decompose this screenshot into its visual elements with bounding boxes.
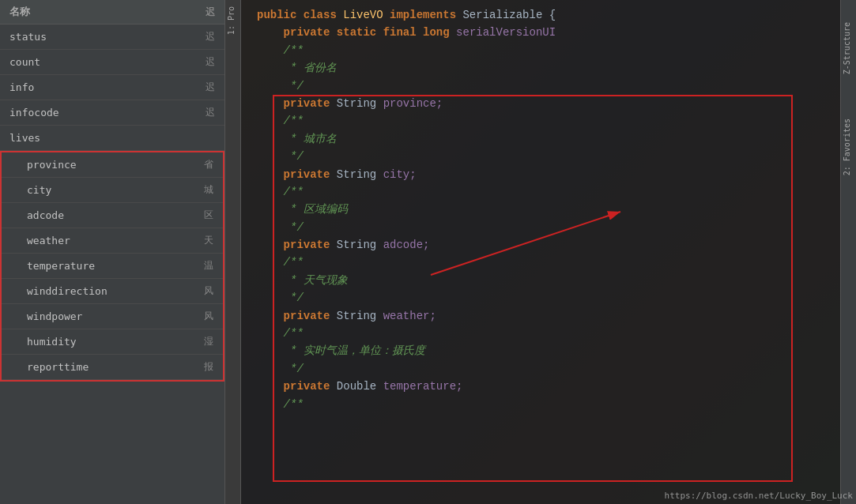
item-name-weather: weather	[27, 235, 204, 246]
kw-private: private	[284, 24, 337, 41]
sub-group: province 省 city 城 adcode 区 weather 天 tem…	[0, 151, 224, 382]
javadoc-open4: /**	[284, 254, 304, 271]
field-weather: weather;	[383, 307, 436, 325]
kw-private5: private	[284, 307, 337, 325]
item-value-status: 迟	[206, 30, 215, 43]
tab-1-pro[interactable]: 1: Pro	[225, 0, 240, 41]
serial-name: serialVersionUI	[456, 24, 556, 41]
javadoc-close2: */	[290, 148, 304, 165]
indent18	[257, 325, 284, 342]
code-line-comment6: /**	[257, 396, 840, 413]
tree-item-infocode[interactable]: infocode 迟	[0, 100, 224, 126]
indent6	[257, 112, 284, 130]
code-line-comment-close4: */	[257, 289, 840, 307]
code-line-temp-cn: * 实时气温，单位：摄氏度	[257, 342, 840, 359]
indent17	[257, 307, 284, 325]
javadoc-open1: /**	[284, 42, 304, 59]
field-adcode: adcode;	[383, 236, 430, 254]
item-value-count: 迟	[206, 55, 215, 69]
tree-item-temperature[interactable]: temperature 温	[2, 254, 223, 279]
field-temperature: temperature;	[383, 378, 463, 395]
item-value-temperature: 温	[204, 259, 213, 273]
item-value-city: 城	[204, 183, 213, 197]
comment-adcode: * 区域编码	[290, 201, 348, 218]
code-line-city-cn: * 城市名	[257, 130, 840, 148]
item-name-info: info	[9, 81, 206, 93]
item-name-count: count	[9, 56, 206, 68]
javadoc-close4: */	[290, 289, 304, 307]
tree-item-adcode[interactable]: adcode 区	[2, 203, 223, 228]
name-column-header: 名称	[9, 5, 206, 19]
tree-item-info[interactable]: info 迟	[0, 75, 224, 100]
code-line-comment-close2: */	[257, 148, 840, 165]
indent13	[257, 236, 284, 254]
kw-private2: private	[284, 95, 337, 112]
indent3	[257, 59, 290, 77]
code-line-comment-close5: */	[257, 360, 840, 378]
code-line-comment5: /**	[257, 325, 840, 342]
indent20	[257, 360, 290, 378]
item-name-adcode: adcode	[27, 209, 204, 221]
kw-private4: private	[284, 236, 337, 254]
tree-item-province[interactable]: province 省	[2, 152, 223, 178]
item-name-humidity: humidity	[27, 336, 204, 348]
indent2	[257, 42, 284, 59]
item-name-winddirection: winddirection	[27, 285, 204, 297]
item-name-windpower: windpower	[27, 310, 204, 322]
tree-item-winddirection[interactable]: winddirection 风	[2, 279, 223, 304]
tree-item-reporttime[interactable]: reporttime 报	[2, 355, 223, 380]
class-name: LiveVO	[343, 6, 390, 24]
comment-temperature: * 实时气温，单位：摄氏度	[290, 342, 425, 359]
item-value-infocode: 迟	[206, 106, 215, 119]
indent7	[257, 130, 290, 148]
code-line-adcode: private String adcode;	[257, 236, 840, 254]
code-line-comment-close3: */	[257, 219, 840, 236]
javadoc-open6: /**	[284, 396, 304, 413]
left-panel: 名称 迟 status 迟 count 迟 info 迟 infocode 迟 …	[0, 0, 225, 504]
code-line-class: public class LiveVO implements Serializa…	[257, 6, 840, 24]
kw-final: final	[383, 24, 423, 41]
code-line-comment3: /**	[257, 183, 840, 201]
tree-item-city[interactable]: city 城	[2, 178, 223, 203]
indent16	[257, 289, 290, 307]
code-line-city: private String city;	[257, 166, 840, 183]
kw-private3: private	[284, 166, 337, 183]
tree-item-lives[interactable]: lives	[0, 126, 224, 151]
indent	[257, 24, 284, 41]
code-line-adcode-cn: * 区域编码	[257, 201, 840, 218]
code-panel: public class LiveVO implements Serializa…	[241, 0, 856, 504]
keyword-public: public	[257, 6, 304, 24]
field-province: province;	[383, 95, 443, 112]
right-sidebar: Z-Structure 2: Favorites	[840, 0, 856, 504]
javadoc-close3: */	[290, 219, 304, 236]
tab-z-structure[interactable]: Z-Structure	[841, 16, 856, 81]
panel-header: 名称 迟	[0, 0, 224, 24]
keyword-class: class	[304, 6, 343, 24]
code-line-comment-close1: */	[257, 77, 840, 95]
tree-item-windpower[interactable]: windpower 风	[2, 304, 223, 329]
keyword-implements: implements	[390, 6, 462, 24]
tree-item-humidity[interactable]: humidity 湿	[2, 329, 223, 355]
code-line-weather-cn: * 天气现象	[257, 272, 840, 289]
indent15	[257, 272, 290, 289]
code-line-comment2: /**	[257, 112, 840, 130]
tree-item-count[interactable]: count 迟	[0, 50, 224, 75]
indent11	[257, 201, 290, 218]
indent14	[257, 254, 284, 271]
indent9	[257, 166, 284, 183]
interface-name: Serializable {	[462, 6, 556, 24]
tree-item-status[interactable]: status 迟	[0, 24, 224, 50]
item-value-info: 迟	[206, 81, 215, 94]
javadoc-open3: /**	[284, 183, 304, 201]
code-line-comment4: /**	[257, 254, 840, 271]
javadoc-close1: */	[290, 77, 304, 95]
tree-item-weather[interactable]: weather 天	[2, 228, 223, 254]
type-string1: String	[337, 95, 383, 112]
javadoc-open5: /**	[284, 325, 304, 342]
item-value-weather: 天	[204, 234, 213, 247]
tab-2-favorites[interactable]: 2: Favorites	[841, 112, 856, 182]
kw-static: static	[337, 24, 383, 41]
indent12	[257, 219, 290, 236]
item-name-reporttime: reporttime	[27, 361, 204, 373]
code-line-comment1: /**	[257, 42, 840, 59]
